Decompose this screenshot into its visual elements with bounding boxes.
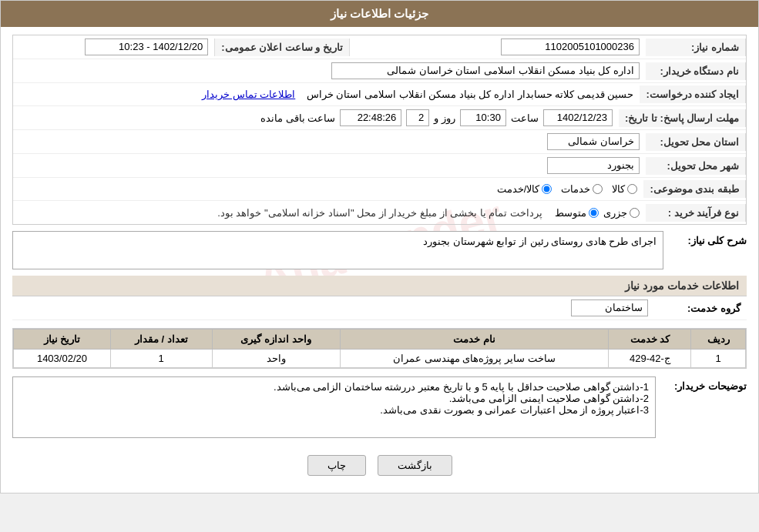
mohlat-rooz-label: روز و bbox=[434, 112, 455, 124]
ostan-value: خراسان شمالی bbox=[13, 130, 646, 153]
ostan-label: استان محل تحویل: bbox=[646, 133, 746, 151]
noeFarayand-label: نوع فرآیند خرید : bbox=[646, 204, 746, 222]
mohlat-saat-label: ساعت bbox=[511, 112, 539, 124]
cell-vahed: واحد bbox=[212, 350, 340, 368]
back-button[interactable]: بازگشت bbox=[378, 455, 452, 476]
cell-tarikh: 1403/02/20 bbox=[14, 350, 111, 368]
shomareNiaz-label: شماره نیاز: bbox=[646, 38, 746, 56]
buttons-row: بازگشت چاپ bbox=[12, 446, 747, 485]
sharh-section: شرح کلی نیاز: اجرای طرح هادی روستای رئین… bbox=[12, 231, 747, 269]
tarikhoSaat-value: 1402/12/20 - 10:23 bbox=[13, 35, 214, 59]
noeFarayand-text: پرداخت تمام یا بخشی از مبلغ خریدار از مح… bbox=[217, 207, 542, 219]
main-info-section: شماره نیاز: 1102005101000236 تاریخ و ساع… bbox=[12, 35, 747, 225]
sharhKolli-label: شرح کلی نیاز: bbox=[670, 231, 747, 246]
radio-motavasset-label: متوسط bbox=[555, 207, 586, 219]
shomareNiaz-value: 1102005101000236 bbox=[350, 35, 646, 59]
radio-kalavakhadamat-item: کالا/خدمت bbox=[497, 183, 552, 195]
grouh-row: گروه خدمت: ساختمان bbox=[12, 296, 747, 320]
page-wrapper: Ana Tender جزئیات اطلاعات نیاز شماره نیا… bbox=[0, 0, 759, 494]
row-shahr: شهر محل تحویل: بجنورد bbox=[13, 154, 746, 178]
noeFarayand-fields: جزری متوسط پرداخت تمام یا بخشی از مبلغ خ… bbox=[19, 207, 640, 219]
row-namDastgah: نام دستگاه خریدار: اداره کل بنیاد مسکن ا… bbox=[13, 59, 746, 83]
row-mohlat: مهلت ارسال پاسخ: تا تاریخ: 1402/12/23 سا… bbox=[13, 106, 746, 130]
radio-motavasset-item: متوسط bbox=[555, 207, 599, 219]
table-header-row: ردیف کد خدمت نام خدمت واحد اندازه گیری ت… bbox=[14, 330, 746, 350]
khadamat-table: ردیف کد خدمت نام خدمت واحد اندازه گیری ت… bbox=[13, 329, 746, 368]
radio-jozvi-item: جزری bbox=[603, 207, 640, 219]
tosihKharidar-label: توضیحات خریدار: bbox=[662, 376, 747, 392]
khadamat-section-title: اطلاعات خدمات مورد نیاز bbox=[12, 276, 747, 296]
ijadKonande-value: حسین قدیمی کلاته حسابدار اداره کل بنیاد … bbox=[13, 85, 640, 103]
radio-jozvi-label: جزری bbox=[603, 207, 627, 219]
sharhKolli-box: اجرای طرح هادی روستای رئین از توابع شهرس… bbox=[12, 231, 663, 269]
tarikhoSaat-box: 1402/12/20 - 10:23 bbox=[85, 38, 208, 55]
tosihKharidar-value: 1-داشتن گواهی صلاحیت حداقل با پایه 5 و ب… bbox=[12, 376, 656, 438]
mohlat-value: 1402/12/23 ساعت 10:30 روز و 2 22:48:26 س… bbox=[13, 106, 619, 129]
namDastgah-value: اداره کل بنیاد مسکن انقلاب اسلامی استان … bbox=[13, 59, 646, 82]
mohlat-date-box: 1402/12/23 bbox=[543, 109, 613, 126]
noeFarayand-value: جزری متوسط پرداخت تمام یا بخشی از مبلغ خ… bbox=[13, 204, 646, 222]
col-radif: ردیف bbox=[691, 330, 746, 350]
tarikhoSaat-label: تاریخ و ساعت اعلان عمومی: bbox=[214, 38, 350, 56]
radio-kalavakhadamat-label: کالا/خدمت bbox=[497, 183, 540, 195]
col-kodKhadamat: کد خدمت bbox=[609, 330, 691, 350]
grouhKhadamat-label: گروه خدمت: bbox=[648, 303, 741, 314]
tabaghe-value: کالا خدمات کالا/خدمت bbox=[13, 180, 643, 198]
mohlat-rooz-box: 2 bbox=[406, 109, 429, 126]
table-row: 1 ج-42-429 ساخت سایر پروژه‌های مهندسی عم… bbox=[14, 350, 746, 368]
ijadKonande-label: ایجاد کننده درخواست: bbox=[640, 85, 746, 103]
tosihKharidar-box: 1-داشتن گواهی صلاحیت حداقل با پایه 5 و ب… bbox=[12, 376, 656, 438]
page-header: جزئیات اطلاعات نیاز bbox=[1, 1, 758, 27]
etelaatTamas-link[interactable]: اطلاعات تماس خریدار bbox=[202, 89, 295, 100]
row-ostan: استان محل تحویل: خراسان شمالی bbox=[13, 130, 746, 154]
ostan-box: خراسان شمالی bbox=[547, 133, 640, 150]
mohlat-mandeh-label: ساعت باقی مانده bbox=[260, 112, 335, 124]
cell-namKhadamat: ساخت سایر پروژه‌های مهندسی عمران bbox=[340, 350, 609, 368]
mohlat-mandeh-box: 22:48:26 bbox=[340, 109, 401, 126]
shahr-label: شهر محل تحویل: bbox=[646, 157, 746, 175]
col-tarikh: تاریخ نیاز bbox=[14, 330, 111, 350]
radio-khadamat[interactable] bbox=[593, 184, 603, 194]
grouhKhadamat-box: ساختمان bbox=[571, 299, 648, 316]
row-ijadKonande: ایجاد کننده درخواست: حسین قدیمی کلاته حس… bbox=[13, 83, 746, 106]
row-noeFarayand: نوع فرآیند خرید : جزری متوسط پرداخت تمام… bbox=[13, 201, 746, 224]
tabaghe-radios: کالا خدمات کالا/خدمت bbox=[19, 183, 637, 195]
namDastgah-box: اداره کل بنیاد مسکن انقلاب اسلامی استان … bbox=[331, 62, 640, 79]
shahr-value: بجنورد bbox=[13, 154, 646, 177]
radio-kala[interactable] bbox=[627, 184, 637, 194]
ijadKonande-text: حسین قدیمی کلاته حسابدار اداره کل بنیاد … bbox=[307, 89, 634, 100]
row-shomareNiaz: شماره نیاز: 1102005101000236 تاریخ و ساع… bbox=[13, 35, 746, 59]
shahr-box: بجنورد bbox=[547, 157, 640, 174]
radio-motavasset[interactable] bbox=[589, 208, 599, 218]
namDastgah-label: نام دستگاه خریدار: bbox=[646, 62, 746, 80]
radio-kalavakhadamat[interactable] bbox=[542, 184, 552, 194]
mohlat-label: مهلت ارسال پاسخ: تا تاریخ: bbox=[619, 109, 746, 127]
print-button[interactable]: چاپ bbox=[307, 455, 366, 476]
cell-radif: 1 bbox=[691, 350, 746, 368]
khadamat-table-wrapper: ردیف کد خدمت نام خدمت واحد اندازه گیری ت… bbox=[12, 328, 747, 369]
radio-kala-label: کالا bbox=[612, 183, 625, 195]
col-namKhadamat: نام خدمت bbox=[340, 330, 609, 350]
radio-khadamat-item: خدمات bbox=[561, 183, 603, 195]
radio-kala-item: کالا bbox=[612, 183, 637, 195]
shomareNiaz-box: 1102005101000236 bbox=[501, 38, 640, 55]
row-tabaghe: طبقه بندی موضوعی: کالا خدمات bbox=[13, 178, 746, 201]
radio-jozvi[interactable] bbox=[630, 208, 640, 218]
col-vahed: واحد اندازه گیری bbox=[212, 330, 340, 350]
cell-tedad: 1 bbox=[110, 350, 212, 368]
cell-kodKhadamat: ج-42-429 bbox=[609, 350, 691, 368]
mohlat-saat-box: 10:30 bbox=[460, 109, 506, 126]
tabaghe-label: طبقه بندی موضوعی: bbox=[643, 180, 746, 198]
sharhKolli-value: اجرای طرح هادی روستای رئین از توابع شهرس… bbox=[12, 231, 663, 269]
page-title: جزئیات اطلاعات نیاز bbox=[331, 7, 428, 20]
radio-khadamat-label: خدمات bbox=[561, 183, 590, 195]
col-tedad: تعداد / مقدار bbox=[110, 330, 212, 350]
mohlat-fields: 1402/12/23 ساعت 10:30 روز و 2 22:48:26 س… bbox=[19, 109, 613, 126]
grouhKhadamat-value: ساختمان bbox=[18, 299, 648, 316]
tosih-section: توضیحات خریدار: 1-داشتن گواهی صلاحیت حدا… bbox=[12, 376, 747, 438]
